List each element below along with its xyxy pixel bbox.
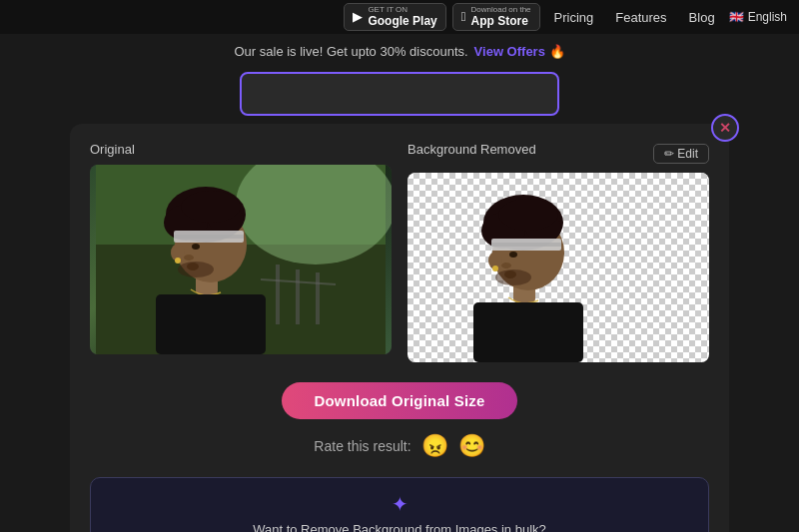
checker-background: [407, 173, 709, 362]
blog-link[interactable]: Blog: [681, 10, 723, 25]
svg-point-19: [184, 255, 194, 261]
bulk-text: Want to Remove Background from Images in…: [111, 522, 688, 532]
original-image-box: [90, 165, 392, 354]
rating-row: Rate this result: 😠 😊: [90, 433, 709, 459]
svg-point-21: [178, 262, 214, 277]
download-btn-wrap: Download Original Size: [90, 382, 709, 419]
close-button[interactable]: ✕: [711, 114, 739, 142]
bulk-cta-panel: ✦ Want to Remove Background from Images …: [90, 477, 709, 532]
svg-point-35: [501, 263, 511, 268]
google-play-main: Google Play: [368, 14, 436, 28]
apple-icon: : [461, 9, 466, 24]
result-panel-wrapper: ✕ Original: [70, 124, 729, 532]
pricing-link[interactable]: Pricing: [546, 10, 602, 25]
top-nav: ▶ GET IT ON Google Play  Download on th…: [0, 0, 799, 34]
google-play-text: GET IT ON Google Play: [368, 6, 436, 28]
google-play-sub: GET IT ON: [368, 6, 436, 14]
bg-removed-label: Background Removed: [407, 142, 536, 157]
svg-rect-31: [491, 243, 561, 247]
svg-rect-15: [174, 235, 244, 239]
bg-removed-label-row: Background Removed ✏ Edit: [407, 142, 709, 165]
result-panel: ✕ Original: [70, 124, 729, 532]
flag-icon: 🇬🇧: [729, 10, 744, 24]
bulk-icon: ✦: [111, 492, 688, 516]
edit-button[interactable]: ✏ Edit: [653, 144, 709, 164]
app-store-text: Download on the App Store: [471, 6, 531, 28]
svg-rect-38: [473, 302, 583, 362]
download-button[interactable]: Download Original Size: [282, 382, 516, 419]
bg-removed-image-box: [407, 173, 709, 362]
svg-rect-5: [316, 272, 320, 324]
rate-label: Rate this result:: [314, 438, 410, 454]
lang-label: English: [748, 10, 787, 24]
app-store-sub: Download on the: [471, 6, 531, 14]
svg-point-13: [181, 191, 241, 223]
sale-banner: Our sale is live! Get upto 30% discounts…: [0, 34, 799, 68]
google-play-icon: ▶: [353, 9, 363, 24]
original-label: Original: [90, 142, 392, 157]
thumbs-down-button[interactable]: 😠: [421, 433, 448, 459]
svg-point-17: [175, 258, 181, 264]
svg-point-29: [498, 199, 558, 231]
thumbs-up-button[interactable]: 😊: [458, 433, 485, 459]
svg-rect-4: [296, 269, 300, 324]
upload-area[interactable]: [240, 72, 559, 116]
app-store-btn[interactable]:  Download on the App Store: [452, 3, 540, 31]
original-image: [90, 165, 392, 354]
cutout-svg: [407, 173, 709, 362]
sale-text: Our sale is live! Get upto 30% discounts…: [234, 44, 467, 59]
view-offers-link[interactable]: View Offers 🔥: [474, 44, 565, 59]
svg-rect-3: [276, 265, 280, 324]
language-selector[interactable]: 🇬🇧 English: [729, 10, 787, 24]
svg-point-37: [495, 269, 531, 285]
upload-bar-area: [0, 72, 799, 116]
svg-point-34: [509, 252, 517, 258]
svg-point-18: [192, 244, 200, 250]
person-cutout: [407, 173, 709, 362]
original-panel: Original: [90, 142, 392, 362]
features-link[interactable]: Features: [607, 10, 674, 25]
google-play-btn[interactable]: ▶ GET IT ON Google Play: [344, 3, 445, 31]
svg-point-33: [492, 266, 498, 271]
images-row: Original: [90, 142, 709, 362]
original-svg: [90, 165, 392, 354]
svg-rect-22: [156, 294, 266, 354]
bg-removed-panel: Background Removed ✏ Edit: [407, 142, 709, 362]
app-store-main: App Store: [471, 14, 531, 28]
